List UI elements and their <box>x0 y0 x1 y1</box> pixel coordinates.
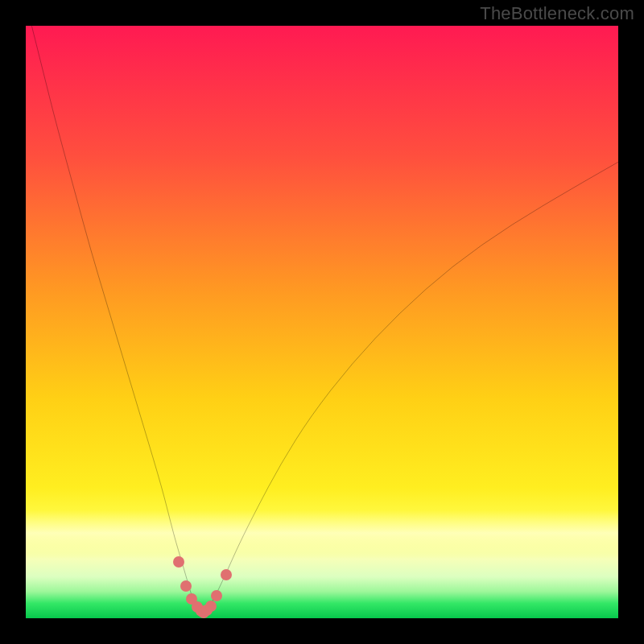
plot-area <box>26 26 618 618</box>
marker-dot <box>211 590 222 601</box>
marker-dot <box>180 580 192 592</box>
marker-dot <box>205 601 217 612</box>
marker-dot <box>221 569 232 580</box>
chart-container: TheBottleneck.com <box>0 0 644 644</box>
watermark-text: TheBottleneck.com <box>480 3 634 24</box>
bottleneck-curve <box>26 26 618 618</box>
marker-dot <box>173 556 184 568</box>
